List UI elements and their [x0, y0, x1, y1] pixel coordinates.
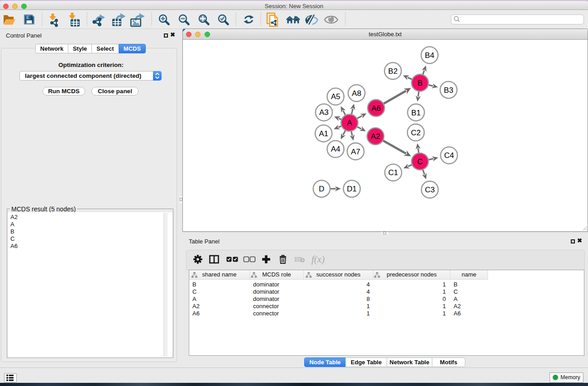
- svg-text:B4: B4: [425, 51, 435, 60]
- svg-text:A3: A3: [319, 108, 329, 117]
- svg-text:A4: A4: [331, 145, 340, 153]
- svg-text:D: D: [319, 185, 324, 193]
- svg-text:A7: A7: [351, 148, 360, 156]
- svg-text:C1: C1: [388, 168, 398, 177]
- svg-text:A5: A5: [331, 92, 340, 101]
- svg-text:D1: D1: [347, 185, 357, 193]
- svg-text:A6: A6: [371, 104, 381, 113]
- svg-text:f(x): f(x): [311, 254, 325, 265]
- svg-text:B3: B3: [444, 86, 454, 95]
- svg-text:C2: C2: [411, 129, 421, 137]
- svg-text:C: C: [417, 157, 423, 166]
- svg-text:B: B: [417, 79, 422, 87]
- svg-text:A2: A2: [371, 132, 380, 141]
- svg-text:C3: C3: [425, 186, 435, 194]
- svg-text:C4: C4: [444, 151, 454, 160]
- svg-text:B2: B2: [388, 67, 398, 76]
- svg-text:B1: B1: [411, 109, 421, 117]
- svg-text:A1: A1: [319, 129, 328, 138]
- svg-text:A8: A8: [352, 89, 361, 98]
- svg-text:A: A: [347, 119, 352, 127]
